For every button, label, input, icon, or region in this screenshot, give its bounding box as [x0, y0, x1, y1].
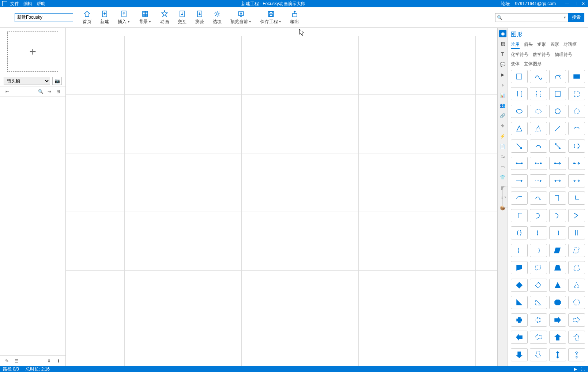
shape-item[interactable]: [511, 140, 528, 153]
shape-item[interactable]: [511, 157, 528, 170]
shape-item[interactable]: [549, 331, 566, 344]
shape-item[interactable]: [530, 313, 547, 327]
shape-item[interactable]: [568, 261, 585, 274]
shape-item[interactable]: [568, 70, 585, 83]
shape-item[interactable]: [511, 348, 528, 361]
minimize-button[interactable]: —: [565, 1, 570, 6]
shape-item[interactable]: [511, 313, 528, 327]
shape-tab[interactable]: 对话框: [564, 41, 577, 49]
shape-item[interactable]: [568, 157, 585, 170]
shape-item[interactable]: [568, 244, 585, 257]
shape-tab[interactable]: 矩形: [537, 41, 546, 49]
shape-item[interactable]: [511, 105, 528, 118]
shape-item[interactable]: [568, 209, 585, 222]
search-button[interactable]: 搜索: [568, 13, 584, 22]
plane-tab-icon[interactable]: ✈: [499, 122, 506, 130]
menu-file[interactable]: 文件: [10, 1, 19, 7]
up-icon[interactable]: ⬆: [54, 357, 63, 365]
shape-item[interactable]: [530, 122, 547, 135]
shape-tab[interactable]: 常用: [511, 41, 520, 49]
shape-item[interactable]: [530, 331, 547, 344]
shape-item[interactable]: [530, 226, 547, 239]
shape-item[interactable]: [568, 105, 585, 118]
ribbon-interact[interactable]: 交互: [178, 10, 186, 25]
edit-icon[interactable]: ✎: [3, 357, 11, 365]
go-end-icon[interactable]: ⇥: [46, 88, 53, 95]
ribbon-preview[interactable]: 预览当前▼: [230, 10, 252, 25]
shape-item[interactable]: [511, 191, 528, 205]
shape-tab[interactable]: 立体图形: [524, 61, 542, 67]
shape-item[interactable]: [549, 174, 566, 187]
close-button[interactable]: ✕: [581, 1, 586, 6]
shape-item[interactable]: [530, 244, 547, 257]
shape-item[interactable]: [549, 70, 566, 83]
shape-item[interactable]: [511, 122, 528, 135]
video-tab-icon[interactable]: ▶: [499, 71, 506, 78]
ribbon-options[interactable]: 选项: [213, 10, 222, 25]
frame-type-select[interactable]: 镜头帧: [4, 77, 50, 85]
shape-item[interactable]: [568, 331, 585, 344]
zoom-icon[interactable]: 🔍: [37, 88, 44, 95]
shape-item[interactable]: [549, 348, 566, 361]
shape-item[interactable]: [549, 87, 566, 100]
shape-item[interactable]: [511, 70, 528, 83]
shape-item[interactable]: [511, 296, 528, 309]
slides-tab-icon[interactable]: 🗂: [499, 153, 506, 160]
shape-item[interactable]: [549, 261, 566, 274]
chart-tab-icon[interactable]: 📊: [499, 92, 506, 99]
shape-item[interactable]: [511, 226, 528, 239]
shape-tab[interactable]: 箭头: [524, 41, 533, 49]
doc-tab-icon[interactable]: 📄: [499, 143, 506, 150]
shape-item[interactable]: [530, 348, 547, 361]
shape-item[interactable]: [549, 191, 566, 205]
shape-item[interactable]: [511, 87, 528, 100]
shape-item[interactable]: [549, 105, 566, 118]
shape-tab[interactable]: 数学符号: [533, 52, 550, 58]
shape-item[interactable]: [549, 244, 566, 257]
shape-tab[interactable]: 物理符号: [555, 52, 572, 58]
flash-tab-icon[interactable]: ⚡: [499, 133, 506, 140]
text-tab-icon[interactable]: T: [499, 51, 506, 58]
collapse-panel-button[interactable]: ›: [502, 186, 508, 208]
people-tab-icon[interactable]: 👥: [499, 102, 506, 109]
go-start-icon[interactable]: ⇤: [4, 88, 11, 95]
shape-item[interactable]: [568, 174, 585, 187]
ribbon-animation[interactable]: 动画: [160, 10, 169, 25]
shape-item[interactable]: [530, 105, 547, 118]
shape-item[interactable]: [530, 261, 547, 274]
add-frame-button[interactable]: +: [7, 31, 58, 72]
shape-item[interactable]: [530, 209, 547, 222]
shape-item[interactable]: [568, 279, 585, 292]
shape-item[interactable]: [549, 122, 566, 135]
user-email[interactable]: 979171641@qq.com: [515, 1, 556, 6]
chat-tab-icon[interactable]: 💬: [499, 61, 506, 68]
shape-item[interactable]: [568, 87, 585, 100]
shape-item[interactable]: [568, 313, 585, 327]
shape-item[interactable]: [530, 174, 547, 187]
status-play-icon[interactable]: ▶: [574, 367, 577, 372]
shape-item[interactable]: [549, 296, 566, 309]
search-input[interactable]: 🔍 ▼: [495, 13, 568, 22]
shape-item[interactable]: [530, 70, 547, 83]
shape-item[interactable]: [568, 140, 585, 153]
ribbon-home[interactable]: 首页: [83, 10, 91, 25]
shape-tab[interactable]: 变体: [511, 61, 520, 67]
image-tab-icon[interactable]: 🖼: [499, 40, 506, 48]
shape-item[interactable]: [568, 348, 585, 361]
shape-item[interactable]: [530, 157, 547, 170]
shape-item[interactable]: [549, 140, 566, 153]
shape-item[interactable]: [530, 191, 547, 205]
shape-item[interactable]: [511, 174, 528, 187]
shapes-tab-icon[interactable]: ◉: [499, 30, 506, 37]
shape-item[interactable]: [568, 191, 585, 205]
shape-item[interactable]: [549, 157, 566, 170]
music-tab-icon[interactable]: ♪: [499, 81, 506, 89]
ribbon-save[interactable]: 保存工程▼: [260, 10, 282, 25]
frame-tab-icon[interactable]: ▭: [499, 163, 506, 171]
shape-item[interactable]: [530, 87, 547, 100]
down-icon[interactable]: ⬇: [45, 357, 53, 365]
menu-edit[interactable]: 编辑: [23, 1, 32, 7]
shape-tab[interactable]: 化学符号: [511, 52, 528, 58]
ribbon-new[interactable]: 新建: [100, 10, 109, 25]
link-tab-icon[interactable]: 🔗: [499, 112, 506, 119]
